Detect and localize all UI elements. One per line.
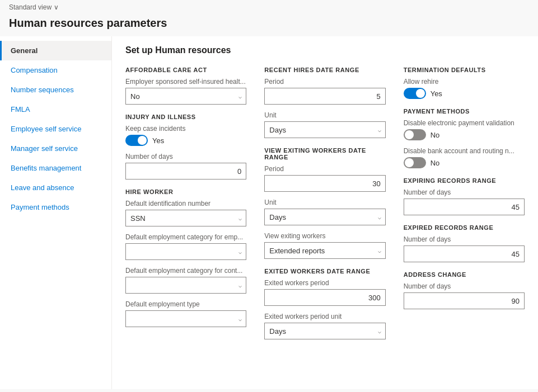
payment-bank-toggle[interactable] [404,157,426,168]
payment-electronic-toggle[interactable] [404,129,426,140]
payment-bank-text: No [431,159,440,167]
sidebar: General Compensation Number sequences FM… [0,36,112,389]
aca-select[interactable]: No Yes [125,88,246,105]
exited-period-input[interactable] [264,289,385,306]
page-title: Human resources parameters [0,15,538,36]
recent-unit-label: Unit [264,111,385,119]
recent-unit-row: Unit Days Weeks Months ⌵ [264,111,385,138]
hire-id-row: Default identification number SSN ⌵ [125,200,246,226]
expiring-header: EXPIRING RECORDS RANGE [404,177,525,184]
standard-view-label[interactable]: Standard view [9,3,52,11]
view-exiting-workers-row: View exiting workers Extended reports Di… [264,232,385,259]
exited-unit-wrapper: Days Weeks Months ⌵ [264,323,385,339]
layout: General Compensation Number sequences FM… [0,36,538,389]
hire-cont-cat-select[interactable] [125,277,246,294]
injury-days-label: Number of days [125,153,246,160]
payment-electronic-toggle-row: No [404,129,525,140]
recent-unit-select[interactable]: Days Weeks Months [264,121,385,138]
content-grid: AFFORDABLE CARE ACT Employer sponsored s… [125,67,525,346]
payment-electronic-text: No [431,131,440,139]
exited-unit-select[interactable]: Days Weeks Months [264,323,385,339]
term-toggle-row: Yes [404,88,525,99]
top-bar: Standard view ∨ [0,0,538,15]
injury-days-input[interactable] [125,163,246,180]
term-toggle-track[interactable] [404,88,426,99]
view-exiting-period-row: Period [264,165,385,192]
view-exiting-workers-select[interactable]: Extended reports Direct reports All [264,242,385,259]
address-days-row: Number of days [404,282,525,309]
exited-unit-row: Exited workers period unit Days Weeks Mo… [264,313,385,339]
injury-days-row: Number of days [125,153,246,180]
sidebar-item-number-sequences[interactable]: Number sequences [0,80,111,100]
hire-emp-cat-select[interactable] [125,243,246,260]
column-3: TERMINATION DEFAULTS Allow rehire Yes PA… [404,67,525,346]
payment-bank-toggle-row: No [404,157,525,168]
main-content: Set up Human resources AFFORDABLE CARE A… [112,36,538,389]
injury-toggle[interactable] [125,135,148,146]
payment-bank-track[interactable] [404,157,426,168]
aca-select-wrapper: No Yes ⌵ [125,88,246,105]
view-exiting-unit-label: Unit [264,199,385,206]
address-days-label: Number of days [404,282,525,290]
view-exiting-unit-row: Unit Days Weeks Months ⌵ [264,199,385,225]
sidebar-item-employee-self-service[interactable]: Employee self service [0,119,111,139]
sidebar-item-manager-self-service[interactable]: Manager self service [0,139,111,158]
exited-period-label: Exited workers period [264,279,385,287]
term-toggle-thumb [416,89,425,98]
expiring-days-input[interactable] [404,199,525,215]
injury-toggle-text: Yes [152,136,164,145]
payment-electronic-track[interactable] [404,129,426,140]
expired-days-label: Number of days [404,235,525,243]
hire-emp-type-select[interactable] [125,310,246,327]
payment-bank-label: Disable bank account and routing n... [404,147,525,155]
injury-toggle-track[interactable] [125,135,148,146]
view-exiting-period-input[interactable] [264,175,385,192]
hire-id-select[interactable]: SSN [125,210,246,226]
column-1: AFFORDABLE CARE ACT Employer sponsored s… [125,67,246,346]
address-header: ADDRESS CHANGE [404,271,525,278]
column-2: RECENT HIRES DATE RANGE Period Unit Days… [264,67,385,346]
sidebar-item-fmla[interactable]: FMLA [0,100,111,119]
section-title: Set up Human resources [125,45,525,55]
payment-electronic-label: Disable electronic payment validation [404,119,525,127]
hire-emp-type-row: Default employment type ⌵ [125,300,246,327]
chevron-down-icon: ∨ [54,3,59,11]
exited-unit-label: Exited workers period unit [264,313,385,320]
recent-header: RECENT HIRES DATE RANGE [264,67,385,73]
injury-header: INJURY AND ILLNESS [125,114,246,120]
recent-period-row: Period [264,78,385,105]
expired-header: EXPIRED RECORDS RANGE [404,224,525,231]
sidebar-item-general[interactable]: General [0,41,111,60]
sidebar-item-leave-and-absence[interactable]: Leave and absence [0,178,111,197]
sidebar-item-payment-methods[interactable]: Payment methods [0,197,111,217]
view-exiting-header: VIEW EXITING WORKERS DATE RANGE [264,147,385,160]
aca-field-label: Employer sponsored self-insured healt... [125,78,246,86]
injury-toggle-row: Yes [125,135,246,146]
sidebar-item-benefits-management[interactable]: Benefits management [0,158,111,178]
sidebar-item-compensation[interactable]: Compensation [0,60,111,80]
term-toggle[interactable] [404,88,426,99]
payment-header: PAYMENT METHODS [404,108,525,115]
aca-header: AFFORDABLE CARE ACT [125,67,246,73]
term-toggle-label: Allow rehire [404,78,525,86]
recent-unit-wrapper: Days Weeks Months ⌵ [264,121,385,138]
term-toggle-text: Yes [431,89,442,98]
hire-emp-cat-row: Default employment category for emp... ⌵ [125,233,246,260]
exited-header: EXITED WORKERS DATE RANGE [264,268,385,275]
expired-days-input[interactable] [404,245,525,262]
hire-cont-cat-wrapper: ⌵ [125,277,246,294]
view-exiting-period-label: Period [264,165,385,173]
view-exiting-unit-select[interactable]: Days Weeks Months [264,209,385,225]
hire-header: HIRE WORKER [125,188,246,195]
expiring-days-label: Number of days [404,188,525,196]
view-exiting-workers-label: View exiting workers [264,232,385,240]
address-days-input[interactable] [404,292,525,309]
hire-emp-type-wrapper: ⌵ [125,310,246,327]
hire-emp-cat-label: Default employment category for emp... [125,233,246,241]
recent-period-input[interactable] [264,88,385,105]
payment-electronic-thumb [405,130,414,139]
aca-field-row: Employer sponsored self-insured healt...… [125,78,246,105]
injury-toggle-thumb [138,136,147,145]
recent-period-label: Period [264,78,385,86]
payment-bank-thumb [405,158,414,167]
